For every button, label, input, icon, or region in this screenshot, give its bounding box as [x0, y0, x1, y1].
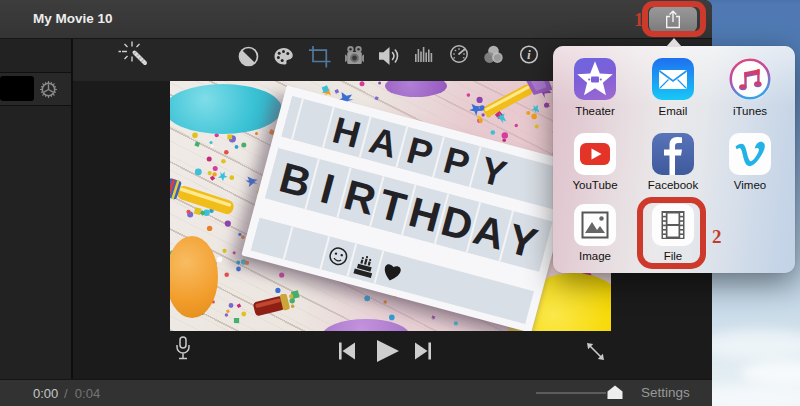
svg-text:i: i	[527, 47, 531, 62]
